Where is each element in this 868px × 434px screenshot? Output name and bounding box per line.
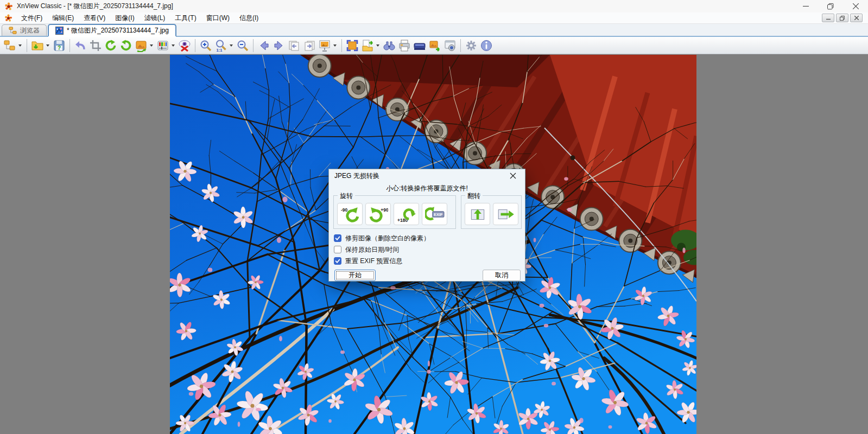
svg-text:1:1: 1:1 [217, 48, 223, 52]
zoom-actual-button[interactable]: 1:1 [213, 38, 229, 53]
menu-item-image[interactable]: 图像(I) [110, 12, 139, 24]
print-button[interactable] [397, 38, 412, 53]
menu-bar: 文件(F)编辑(E)查看(V)图像(I)滤镜(L)工具(T)窗口(W)信息(I) [0, 12, 868, 24]
zoom-out-button[interactable] [235, 38, 250, 53]
previous-image-icon [257, 39, 270, 52]
open-dropdown-caret[interactable] [46, 44, 49, 47]
crop-icon [89, 39, 102, 52]
slideshow-icon [318, 39, 331, 52]
flip-vertical-button[interactable] [465, 203, 490, 225]
keep-date-checkbox[interactable] [334, 246, 341, 253]
keep-date-checkbox-label[interactable]: 保持原始日期/时间 [345, 245, 399, 254]
menu-item-view[interactable]: 查看(V) [79, 12, 110, 24]
last-image-button[interactable] [302, 38, 317, 53]
flip-vertical-icon [468, 206, 487, 223]
tab-image-label: * 微信图片_20250731134444_7.jpg [67, 26, 169, 35]
overwrite-warning-text: 小心:转换操作将覆盖原文件! [329, 184, 525, 193]
info-icon [480, 39, 493, 52]
capture-button[interactable] [442, 38, 458, 53]
rotate-left-button[interactable] [103, 38, 118, 53]
info-button[interactable] [479, 38, 494, 53]
reset-exif-checkbox-row[interactable]: 重置 EXIF 预置信息 [334, 257, 402, 265]
export-button[interactable] [360, 38, 375, 53]
window-restore-button[interactable] [818, 0, 843, 12]
rotate-plus-90-button[interactable]: +90 [365, 203, 391, 225]
browser-dropdown-caret[interactable] [18, 44, 22, 47]
settings-button[interactable] [464, 38, 479, 53]
rotate-right-button[interactable] [118, 38, 134, 53]
mdi-close-button[interactable] [850, 14, 863, 22]
slideshow-dropdown-caret[interactable] [333, 44, 337, 47]
trim-image-checkbox[interactable] [334, 234, 341, 242]
flip-horizontal-button[interactable] [493, 203, 518, 225]
dialog-close-icon[interactable] [505, 170, 521, 181]
trim-image-checkbox-row[interactable]: 修剪图像（删除空白的像素） [334, 234, 430, 242]
save-button[interactable]: ? [52, 38, 67, 53]
keep-date-checkbox-row[interactable]: 保持原始日期/时间 [334, 245, 399, 254]
search-button[interactable] [382, 38, 397, 53]
jpeg-transform-icon [135, 39, 148, 52]
reset-exif-checkbox-label[interactable]: 重置 EXIF 预置信息 [345, 257, 402, 266]
jpeg-transform-dropdown-caret[interactable] [150, 44, 153, 47]
undo-button[interactable] [73, 38, 88, 53]
toolbar-separator [195, 39, 195, 52]
adjust-colors-dropdown-caret[interactable] [172, 44, 175, 47]
zoom-actual-icon: 1:1 [214, 39, 227, 52]
convert-icon [428, 39, 441, 52]
slideshow-button[interactable] [317, 38, 332, 53]
dialog-title-bar[interactable]: JPEG 无损转换 [329, 169, 525, 182]
start-button[interactable]: 开始 [334, 270, 376, 281]
flip-group-label: 翻转 [465, 192, 483, 201]
rotate-minus-90-icon: -90 [340, 206, 360, 223]
zoom-actual-dropdown-caret[interactable] [230, 44, 233, 47]
trim-image-checkbox-label[interactable]: 修剪图像（删除空白的像素） [345, 234, 430, 243]
red-eye-button[interactable] [177, 38, 192, 53]
browser-button[interactable] [2, 38, 17, 53]
scan-button[interactable] [412, 38, 427, 53]
menu-item-info[interactable]: 信息(I) [235, 12, 263, 24]
tab-image[interactable]: * 微信图片_20250731134444_7.jpg [48, 24, 176, 37]
next-image-button[interactable] [271, 38, 287, 53]
image-thumbnail-icon [55, 27, 64, 35]
first-image-button[interactable] [287, 38, 302, 53]
mdi-restore-button[interactable] [836, 14, 848, 22]
scan-icon [413, 39, 426, 52]
reset-exif-checkbox[interactable] [334, 257, 341, 265]
export-dropdown-caret[interactable] [376, 44, 379, 47]
menu-item-filter[interactable]: 滤镜(L) [140, 12, 170, 24]
svg-text:?: ? [58, 45, 61, 51]
adjust-colors-button[interactable] [155, 38, 170, 53]
tab-bar: 浏览器 * 微信图片_20250731134444_7.jpg [0, 24, 868, 37]
next-image-icon [273, 39, 286, 52]
rotate-180-icon: +180 [397, 206, 416, 223]
toolbar-separator [27, 39, 27, 52]
mdi-minimize-button[interactable] [822, 14, 834, 22]
menu-item-window[interactable]: 窗口(W) [201, 12, 235, 24]
rotate-minus-90-button[interactable]: -90 [337, 203, 363, 225]
menu-item-file[interactable]: 文件(F) [16, 12, 47, 24]
menu-item-edit[interactable]: 编辑(E) [47, 12, 79, 24]
rotate-180-button[interactable]: +180 [394, 203, 419, 225]
fullscreen-icon [346, 39, 359, 52]
convert-button[interactable] [427, 38, 442, 53]
toolbar-separator [253, 39, 254, 52]
tab-browser[interactable]: 浏览器 [2, 24, 47, 36]
search-icon [383, 39, 396, 52]
open-button[interactable] [30, 38, 45, 53]
window-close-button[interactable] [843, 0, 868, 12]
window-minimize-button[interactable] [793, 0, 818, 12]
title-bar[interactable]: XnView Classic - [* 微信图片_20250731134444_… [0, 0, 868, 12]
previous-image-button[interactable] [256, 38, 271, 53]
rotate-exif-button[interactable]: EXIF [422, 203, 447, 225]
cancel-button[interactable]: 取消 [483, 270, 521, 281]
jpeg-transform-button[interactable] [134, 38, 149, 53]
fullscreen-button[interactable] [345, 38, 360, 53]
export-icon [361, 39, 374, 52]
window-title: XnView Classic - [* 微信图片_20250731134444_… [17, 2, 173, 11]
mdi-controls [822, 14, 863, 22]
rotate-group: 旋转 -90+90+180EXIF [333, 195, 456, 229]
crop-button[interactable] [88, 38, 103, 53]
zoom-in-button[interactable] [198, 38, 213, 53]
menu-item-tools[interactable]: 工具(T) [170, 12, 201, 24]
folder-tree-icon [9, 27, 17, 35]
